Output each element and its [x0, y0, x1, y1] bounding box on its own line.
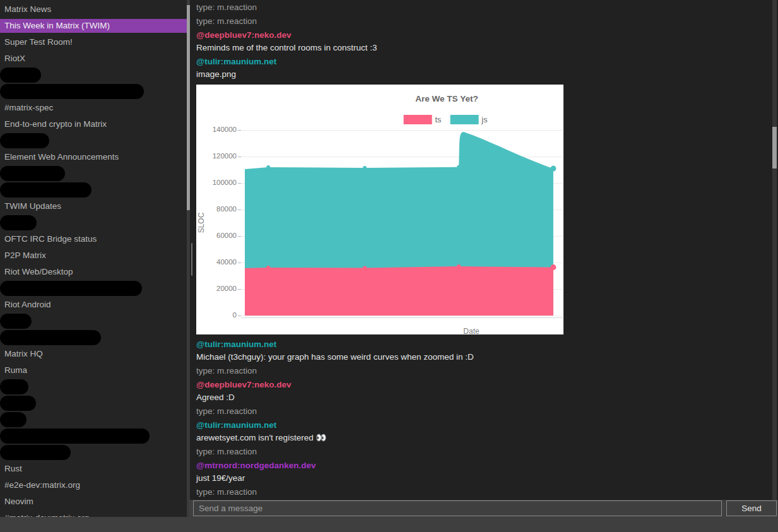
- room-list-item-redacted[interactable]: [0, 428, 187, 444]
- message-input[interactable]: [193, 500, 722, 516]
- redaction-bar: [0, 133, 49, 148]
- y-tick-label: 140000: [196, 126, 237, 133]
- room-list-item[interactable]: Rust: [0, 461, 187, 477]
- chart-title: Are We TS Yet?: [415, 94, 478, 103]
- app-root: { "colors": { "selected_room_bg": "#8a3f…: [0, 0, 778, 532]
- y-tick-label: 40000: [196, 258, 237, 266]
- chart-legend: ts js: [404, 115, 497, 124]
- room-list-item[interactable]: Matrix HQ: [0, 346, 187, 362]
- room-list-item[interactable]: Super Test Room!: [0, 34, 187, 50]
- redaction-bar: [0, 182, 91, 198]
- chart-y-axis-label: SLOC: [197, 204, 206, 242]
- room-list-item[interactable]: Riot Web/Desktop: [0, 264, 187, 280]
- redaction-bar: [0, 379, 28, 394]
- room-list-item[interactable]: Ruma: [0, 362, 187, 379]
- room-list-item[interactable]: RiotX: [0, 50, 187, 67]
- redaction-bar: [0, 68, 41, 83]
- room-list-item-redacted[interactable]: [0, 411, 187, 428]
- room-list-item[interactable]: P2P Matrix: [0, 247, 187, 264]
- message-timeline: type: m.reactiontype: m.reaction@deepblu…: [189, 0, 772, 500]
- room-list-item-redacted[interactable]: [0, 280, 187, 297]
- message-text: Michael (t3chguy): your graph has some w…: [196, 351, 772, 364]
- room-list-item[interactable]: End-to-end crypto in Matrix: [0, 116, 187, 133]
- room-list-item-redacted[interactable]: [0, 182, 187, 198]
- room-list-sidebar: Matrix NewsThis Week in Matrix (TWIM)Sup…: [0, 0, 187, 517]
- chart-x-axis-line: [241, 317, 562, 318]
- y-tick-label: 20000: [196, 285, 237, 292]
- redaction-bar: [0, 314, 32, 329]
- y-tick-label: 120000: [196, 152, 237, 160]
- redaction-bar: [0, 445, 71, 460]
- y-tick-label: 100000: [196, 179, 237, 186]
- message-text: Reminds me of the control rooms in const…: [196, 42, 772, 54]
- redaction-bar: [0, 396, 36, 411]
- legend-swatch-js: [450, 115, 478, 124]
- redaction-bar: [0, 281, 142, 296]
- redaction-bar: [0, 166, 65, 181]
- chat-scrollbar-thumb[interactable]: [772, 127, 777, 168]
- message-text: arewetsyet.com isn't registered 👀: [196, 432, 772, 444]
- message-sender[interactable]: @deepbluev7:neko.dev: [196, 29, 772, 42]
- chart-canvas: [245, 130, 562, 316]
- message-text: image.png: [196, 68, 772, 81]
- message-text: just 19€/year: [196, 472, 772, 485]
- room-list-item[interactable]: Element Web Announcements: [0, 149, 187, 165]
- attached-image-chart[interactable]: Are We TS Yet? ts js 0200004000060000800…: [196, 85, 563, 334]
- message-sender[interactable]: @tulir:maunium.net: [196, 56, 772, 68]
- message-sender[interactable]: @tulir:maunium.net: [196, 338, 772, 351]
- message-group: type: m.reactiontype: m.reaction@deepblu…: [196, 1, 772, 81]
- footer-strip: [0, 517, 189, 532]
- room-list-item[interactable]: This Week in Matrix (TWIM): [0, 19, 187, 33]
- chat-scrollbar-track[interactable]: [772, 0, 777, 500]
- room-list-item[interactable]: Matrix News: [0, 1, 187, 18]
- redaction-bar: [0, 215, 37, 230]
- room-list-item[interactable]: #e2e-dev:matrix.org: [0, 477, 187, 494]
- room-list-item-redacted[interactable]: [0, 215, 187, 231]
- room-list-item[interactable]: TWIM Updates: [0, 198, 187, 215]
- redaction-bar: [0, 84, 144, 99]
- message-event-type: type: m.reaction: [196, 1, 772, 14]
- room-list-item[interactable]: #matrix-spec: [0, 100, 187, 116]
- message-event-type: type: m.reaction: [196, 15, 772, 28]
- room-list-item-redacted[interactable]: [0, 67, 187, 83]
- message-event-type: type: m.reaction: [196, 405, 772, 418]
- message-text: Agreed :D: [196, 391, 772, 404]
- message-event-type: type: m.reaction: [196, 486, 772, 499]
- room-list-item[interactable]: Neovim: [0, 494, 187, 510]
- legend-label-js: js: [481, 115, 487, 124]
- room-list-item-redacted[interactable]: [0, 395, 187, 411]
- room-list-item[interactable]: #matrix-dev:matrix.org: [0, 510, 187, 517]
- message-group: @tulir:maunium.netMichael (t3chguy): you…: [196, 338, 772, 499]
- redaction-bar: [0, 330, 101, 345]
- room-list-item-redacted[interactable]: [0, 83, 187, 100]
- legend-label-ts: ts: [435, 115, 442, 124]
- room-list-item-redacted[interactable]: [0, 313, 187, 329]
- room-list-item-redacted[interactable]: [0, 165, 187, 182]
- room-list-item-redacted[interactable]: [0, 133, 187, 149]
- room-list-item-redacted[interactable]: [0, 379, 187, 395]
- send-button[interactable]: Send: [726, 500, 777, 516]
- room-list-item[interactable]: Riot Android: [0, 297, 187, 313]
- message-event-type: type: m.reaction: [196, 446, 772, 458]
- message-sender[interactable]: @mtrnord:nordgedanken.dev: [196, 459, 772, 472]
- room-list-item[interactable]: OFTC IRC Bridge status: [0, 231, 187, 247]
- legend-swatch-ts: [404, 115, 432, 124]
- message-sender[interactable]: @deepbluev7:neko.dev: [196, 379, 772, 391]
- redaction-bar: [0, 429, 150, 444]
- room-list-item-redacted[interactable]: [0, 329, 187, 346]
- redaction-bar: [0, 412, 27, 427]
- message-sender[interactable]: @tulir:maunium.net: [196, 419, 772, 432]
- message-event-type: type: m.reaction: [196, 365, 772, 377]
- room-list-item-redacted[interactable]: [0, 444, 187, 461]
- chart-x-axis-label: Date: [452, 327, 490, 334]
- y-tick-label: 0: [196, 311, 237, 319]
